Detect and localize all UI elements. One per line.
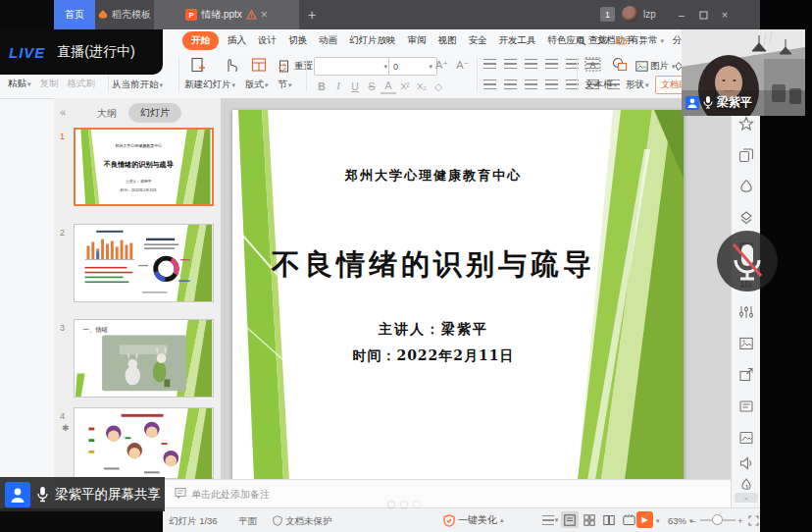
underline-button[interactable]: U bbox=[347, 78, 363, 94]
tab-home[interactable]: 首页 bbox=[54, 0, 95, 29]
tab-store-label: 稻壳模板 bbox=[112, 8, 151, 22]
beautify-button[interactable]: 一键美化 ▴ bbox=[443, 513, 504, 527]
play-slideshow-button[interactable]: ▶ bbox=[636, 511, 653, 528]
reset-button[interactable]: 重置 bbox=[279, 60, 313, 73]
copy-button[interactable]: 复制 bbox=[40, 78, 59, 90]
material-drop-icon[interactable] bbox=[738, 179, 754, 194]
slide-thumbnail-2[interactable] bbox=[74, 224, 214, 302]
sidebar-collapse-chevron-icon[interactable]: ⌄ bbox=[735, 493, 758, 503]
font-size-combo[interactable]: 0▾ bbox=[388, 57, 437, 76]
collapse-panel-icon[interactable]: « bbox=[60, 106, 66, 118]
increase-font-button[interactable]: A⁺ bbox=[435, 59, 448, 72]
slide-date-text[interactable]: 时间：2022年2月11日 bbox=[232, 347, 634, 365]
font-color-button[interactable]: A bbox=[381, 79, 396, 94]
tab-template-store[interactable]: 稻壳模板 bbox=[95, 0, 154, 29]
sound-pane-icon[interactable] bbox=[738, 455, 754, 471]
justify-icon[interactable] bbox=[545, 80, 558, 89]
align-left-icon[interactable] bbox=[483, 80, 496, 89]
play-options-dropdown-icon[interactable]: ▾ bbox=[656, 517, 660, 525]
slide-thumbnail-4[interactable] bbox=[74, 407, 214, 479]
slide-sorter-view-button[interactable] bbox=[581, 511, 598, 528]
layout-button[interactable]: 版式▾ bbox=[245, 79, 269, 91]
play-from-current-button[interactable]: 从当前开始▾ bbox=[112, 79, 163, 91]
notes-toggle-icon[interactable]: ▾ bbox=[541, 511, 559, 528]
section-button[interactable]: 节▾ bbox=[279, 79, 292, 91]
slide-thumbnail-1[interactable]: 郑州大学心理健康教育中心 不良情绪的识别与疏导 主讲人：梁紫平 时间：2022年… bbox=[74, 128, 214, 206]
ribbon-tab-transition[interactable]: 切换 bbox=[285, 32, 310, 49]
align-right-icon[interactable] bbox=[525, 80, 537, 89]
tab-outline[interactable]: 大纲 bbox=[97, 107, 117, 121]
close-window-button[interactable]: × bbox=[714, 0, 736, 29]
ribbon-tab-view[interactable]: 视图 bbox=[435, 32, 460, 49]
shape-button[interactable]: 形状▾ bbox=[626, 79, 649, 91]
slide-editor[interactable]: 郑州大学心理健康教育中心 不良情绪的识别与疏导 主讲人：梁紫平 时间：2022年… bbox=[232, 110, 684, 480]
ribbon-tab-review[interactable]: 审阅 bbox=[405, 32, 430, 49]
account-avatar[interactable] bbox=[622, 6, 638, 23]
paste-button[interactable]: 粘贴▾ bbox=[8, 78, 31, 90]
layers-pyramid-icon[interactable] bbox=[738, 210, 754, 226]
bold-button[interactable]: B bbox=[314, 78, 330, 94]
ribbon-tab-insert[interactable]: 插入 bbox=[225, 32, 249, 49]
cloud-sync-status-button[interactable]: 有异常 ▾ bbox=[616, 34, 664, 47]
zoom-in-button[interactable]: + bbox=[737, 515, 743, 526]
ribbon-tab-animation[interactable]: 动画 bbox=[316, 32, 340, 49]
restore-button[interactable] bbox=[692, 0, 714, 29]
picture-button[interactable]: 图片▾ bbox=[635, 60, 676, 73]
decrease-indent-icon[interactable] bbox=[525, 59, 537, 69]
presenter-video-tile[interactable]: 梁紫平 bbox=[682, 29, 805, 116]
italic-button[interactable]: I bbox=[330, 78, 346, 94]
image-library-icon[interactable] bbox=[738, 430, 754, 446]
increase-indent-icon[interactable] bbox=[545, 59, 558, 69]
minimize-button[interactable]: – bbox=[671, 0, 692, 29]
slide-number: 2 bbox=[60, 228, 65, 238]
featured-star-icon[interactable] bbox=[738, 116, 754, 132]
fit-slide-icon[interactable] bbox=[748, 515, 759, 526]
superscript-button[interactable]: X² bbox=[397, 78, 413, 94]
ribbon-tab-design[interactable]: 设计 bbox=[255, 32, 279, 49]
slide-org-text[interactable]: 郑州大学心理健康教育中心 bbox=[232, 167, 634, 185]
picture-pane-icon[interactable] bbox=[738, 336, 754, 351]
find-button[interactable]: 查找 bbox=[577, 34, 607, 47]
mic-muted-floating-button[interactable] bbox=[717, 231, 778, 292]
zoom-out-button[interactable]: – bbox=[690, 515, 695, 526]
ribbon-tab-security[interactable]: 安全 bbox=[466, 32, 490, 49]
highlight-button[interactable]: ◇ bbox=[431, 78, 446, 94]
protection-status[interactable]: 文档未保护 bbox=[285, 515, 332, 528]
slide-number: 1 bbox=[60, 132, 65, 141]
reading-view-button[interactable] bbox=[600, 511, 618, 528]
notes-card-icon[interactable] bbox=[738, 399, 754, 414]
textbox-button[interactable]: 文本框▾ bbox=[584, 79, 617, 91]
format-painter-button[interactable]: 格式刷 bbox=[68, 78, 96, 90]
new-tab-button[interactable]: + bbox=[299, 0, 325, 29]
new-slide-button[interactable]: 新建幻灯片▾ bbox=[184, 79, 235, 91]
normal-view-button[interactable] bbox=[561, 511, 579, 528]
adjust-sliders-icon[interactable] bbox=[738, 304, 754, 320]
subscript-button[interactable]: X₂ bbox=[414, 78, 430, 94]
slideshow-setup-icon[interactable] bbox=[620, 511, 637, 528]
screen-share-label: 梁紫平的屏幕共享 bbox=[55, 486, 161, 504]
share-pane-icon[interactable] bbox=[738, 367, 754, 383]
live-status-badge: LIVE 直播(进行中) bbox=[0, 29, 163, 75]
decrease-font-button[interactable]: A⁻ bbox=[456, 59, 469, 72]
ribbon-tab-slideshow[interactable]: 幻灯片放映 bbox=[346, 32, 399, 49]
strikethrough-button[interactable]: S bbox=[364, 78, 380, 94]
align-center-icon[interactable] bbox=[504, 80, 517, 89]
tab-document[interactable]: P 情绪.pptx × bbox=[154, 0, 299, 29]
clone-shapes-icon[interactable] bbox=[738, 147, 754, 163]
slide-title-text[interactable]: 不良情绪的识别与疏导 bbox=[232, 245, 634, 285]
bullet-list-icon[interactable] bbox=[483, 59, 496, 69]
font-name-combo[interactable]: ▾ bbox=[314, 57, 392, 76]
zoom-level[interactable]: 63% ▾ bbox=[668, 515, 693, 526]
numbered-list-icon[interactable] bbox=[504, 59, 517, 69]
ribbon-tab-devtools[interactable]: 开发工具 bbox=[496, 32, 539, 49]
select-hand-icon[interactable] bbox=[224, 57, 238, 73]
ribbon-tab-home[interactable]: 开始 bbox=[182, 31, 219, 50]
dropdown-icon: ▾ bbox=[160, 81, 164, 89]
tab-close-icon[interactable]: × bbox=[261, 8, 268, 22]
zoom-slider-knob[interactable] bbox=[712, 514, 723, 525]
hot-flame-icon[interactable] bbox=[738, 477, 754, 493]
slide-thumbnail-3[interactable]: 一、情绪 bbox=[74, 319, 214, 398]
slide-speaker-text[interactable]: 主讲人：梁紫平 bbox=[232, 321, 634, 339]
beautify-label: 一键美化 bbox=[458, 513, 497, 527]
tab-slides[interactable]: 幻灯片 bbox=[128, 103, 181, 123]
